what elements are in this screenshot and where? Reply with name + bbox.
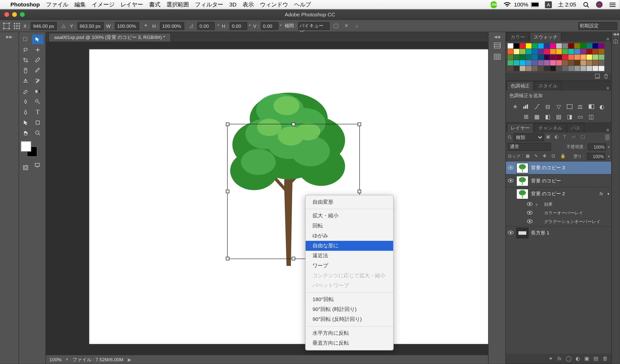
- swatch-color[interactable]: [550, 43, 556, 49]
- filter-toggle[interactable]: [605, 134, 609, 140]
- posterize-icon[interactable]: ▤: [555, 113, 562, 120]
- swatch-color[interactable]: [581, 55, 586, 60]
- swatch-color[interactable]: [587, 66, 592, 71]
- menu-select[interactable]: 選択範囲: [166, 1, 189, 8]
- new-group-icon[interactable]: ▣: [584, 356, 589, 362]
- color-swatches[interactable]: [20, 141, 42, 157]
- handle-middle-left[interactable]: [226, 190, 229, 193]
- handle-top-right[interactable]: [358, 123, 361, 126]
- swatch-color[interactable]: [599, 43, 604, 49]
- menu-type[interactable]: 書式: [149, 1, 160, 8]
- swatch-color[interactable]: [508, 66, 513, 71]
- handle-middle-right[interactable]: [358, 190, 361, 193]
- swatch-color[interactable]: [593, 66, 598, 71]
- swatch-color[interactable]: [538, 60, 544, 65]
- filter-shape-icon[interactable]: ▱: [572, 134, 579, 141]
- swatch-color[interactable]: [587, 55, 592, 60]
- fileinfo-arrow-icon[interactable]: ▶: [128, 357, 131, 362]
- history-panel-icon[interactable]: [491, 41, 502, 50]
- hsl-icon[interactable]: [565, 103, 573, 110]
- swatch-color[interactable]: [562, 55, 568, 60]
- context-menu-item[interactable]: 自由変形: [306, 197, 393, 207]
- bw-icon[interactable]: [587, 103, 595, 110]
- foreground-color[interactable]: [21, 141, 31, 152]
- layer-visibility-icon[interactable]: [508, 230, 514, 235]
- layer-mask-icon[interactable]: ◯: [566, 356, 571, 362]
- zoom-level[interactable]: 100%: [49, 357, 62, 362]
- clock[interactable]: 土 2:05: [558, 1, 576, 8]
- layer-effect-row[interactable]: ▿効果: [506, 200, 611, 209]
- spot-heal-tool[interactable]: [20, 66, 31, 75]
- fx-toggle-icon[interactable]: ▾: [607, 192, 610, 196]
- effect-visibility-icon[interactable]: [527, 202, 533, 207]
- properties-panel-icon[interactable]: [491, 52, 502, 61]
- shape-tool[interactable]: [32, 118, 43, 127]
- layer-name[interactable]: 背景 のコピー 2: [531, 191, 597, 197]
- swatch-color[interactable]: [587, 60, 592, 65]
- layer-filter-kind[interactable]: 種類: [514, 133, 544, 141]
- menu-layer[interactable]: レイヤー: [121, 1, 143, 8]
- layer-row[interactable]: 長方形 1: [506, 226, 611, 239]
- preset-select[interactable]: 初期設定: [578, 22, 617, 29]
- gradient-tool[interactable]: [32, 87, 43, 96]
- delta-icon[interactable]: △: [60, 22, 67, 29]
- context-menu-item[interactable]: 90°回転 (反時計回り): [306, 314, 393, 324]
- filter-smart-icon[interactable]: ▢: [581, 134, 588, 141]
- history-brush-tool[interactable]: [32, 76, 43, 86]
- y-input[interactable]: [77, 22, 103, 29]
- swatch-color[interactable]: [568, 43, 574, 49]
- app-name[interactable]: Photoshop: [10, 1, 40, 8]
- swatch-color[interactable]: [599, 60, 604, 65]
- swatch-color[interactable]: [550, 55, 556, 60]
- vibrance-icon[interactable]: ▽: [555, 103, 562, 110]
- swatch-color[interactable]: [520, 55, 526, 60]
- swatch-color[interactable]: [562, 60, 568, 65]
- exposure-icon[interactable]: ⊟: [544, 103, 552, 110]
- photofilter-icon[interactable]: ◐: [598, 103, 606, 110]
- swatch-color[interactable]: [532, 49, 538, 54]
- filter-type-icon[interactable]: T: [563, 134, 570, 141]
- quick-select-tool[interactable]: [32, 45, 43, 55]
- dodge-tool[interactable]: [32, 97, 43, 107]
- swatch-color[interactable]: [581, 66, 586, 71]
- info-panel-icon[interactable]: ⓘ: [612, 38, 620, 45]
- layer-name[interactable]: 長方形 1: [531, 229, 609, 236]
- swatch-color[interactable]: [544, 49, 550, 54]
- quickmask-toggle[interactable]: [20, 163, 31, 172]
- fill-input[interactable]: [587, 153, 605, 160]
- swatch-color[interactable]: [581, 43, 586, 49]
- curves-icon[interactable]: [533, 103, 541, 110]
- hand-tool[interactable]: [20, 128, 31, 138]
- swatch-color[interactable]: [599, 55, 604, 60]
- swatch-color[interactable]: [574, 60, 580, 65]
- lasso-tool[interactable]: [20, 45, 31, 55]
- swatch-color[interactable]: [544, 43, 550, 49]
- swatch-color[interactable]: [593, 55, 598, 60]
- effects-disclosure-icon[interactable]: ▿: [535, 202, 541, 207]
- menu-filter[interactable]: フィルター: [195, 1, 223, 8]
- swatch-color[interactable]: [593, 49, 598, 54]
- move-tool[interactable]: [20, 35, 31, 44]
- swatch-color[interactable]: [514, 66, 519, 71]
- swatch-color[interactable]: [538, 43, 544, 49]
- swatch-color[interactable]: [556, 55, 562, 60]
- layer-thumbnail[interactable]: [516, 228, 528, 238]
- wifi-icon[interactable]: [503, 1, 511, 8]
- threshold-icon[interactable]: ◨: [565, 113, 573, 120]
- cancel-transform-icon[interactable]: ✕: [342, 22, 350, 29]
- filter-image-icon[interactable]: ▣: [546, 134, 553, 141]
- lock-paint-icon[interactable]: ✎: [534, 153, 540, 159]
- swatch-color[interactable]: [587, 49, 592, 54]
- layer-row[interactable]: 背景 のコピー: [506, 174, 611, 187]
- brightness-icon[interactable]: ☀: [511, 103, 519, 110]
- swatch-color[interactable]: [532, 60, 538, 65]
- swatch-color[interactable]: [526, 43, 531, 49]
- menu-file[interactable]: ファイル: [46, 1, 68, 8]
- levels-icon[interactable]: [522, 103, 530, 110]
- swatch-color[interactable]: [508, 55, 513, 60]
- context-menu-item[interactable]: 180°回転: [306, 295, 393, 305]
- ime-indicator[interactable]: A: [545, 1, 552, 8]
- swatch-color[interactable]: [556, 43, 562, 49]
- swatch-color[interactable]: [574, 55, 580, 60]
- swatch-color[interactable]: [538, 49, 544, 54]
